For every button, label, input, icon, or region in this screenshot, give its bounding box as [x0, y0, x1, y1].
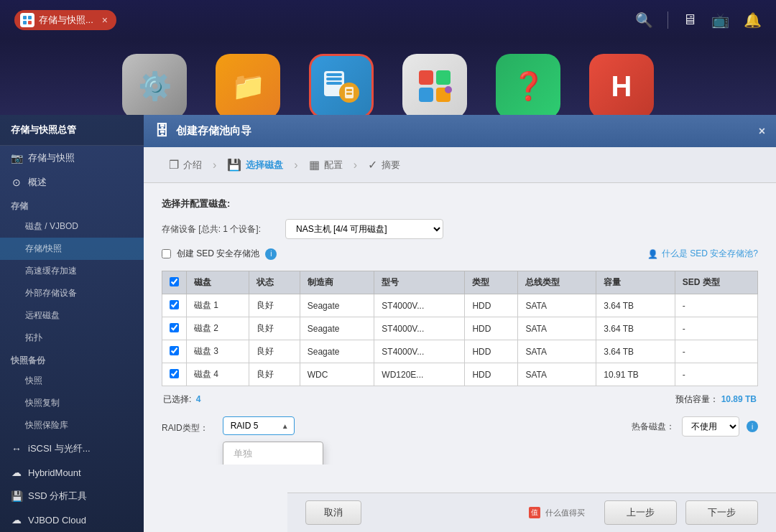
overview-icon: ⊙: [11, 177, 22, 188]
sidebar-header: 存储与快照总管: [0, 115, 144, 146]
wizard-step-intro[interactable]: ❐ 介绍: [158, 158, 213, 172]
hot-spare-info-icon[interactable]: i: [747, 421, 758, 432]
dock-app-hybrid[interactable]: H: [589, 54, 654, 118]
svg-rect-7: [326, 82, 342, 85]
wizard-step-select-disk[interactable]: 💾 选择磁盘: [216, 158, 294, 172]
sidebar-storage-section: 存储: [0, 195, 144, 215]
search-icon[interactable]: 🔍: [635, 11, 653, 29]
configure-icon: ▦: [309, 158, 320, 172]
row-status-2: 良好: [249, 340, 300, 363]
sidebar-item-storage-snapshot[interactable]: 存储/快照: [0, 238, 144, 260]
sidebar-item-snapshot-vault[interactable]: 快照保险库: [0, 414, 144, 437]
col-sed-type: SED 类型: [675, 271, 757, 294]
row-type-3: HDD: [465, 363, 518, 386]
row-check-2[interactable]: [162, 340, 187, 363]
wizard-step-summary[interactable]: ✓ 摘要: [357, 158, 411, 172]
sidebar-item-topology[interactable]: 拓扑: [0, 327, 144, 349]
cancel-button[interactable]: 取消: [305, 500, 361, 525]
sidebar-item-snapshot-copy[interactable]: 快照复制: [0, 392, 144, 414]
sidebar: 存储与快照总管 📷 存储与快照 ⊙ 概述 存储 磁盘 / VJBOD 存储/快照…: [0, 115, 144, 532]
row-status-0: 良好: [249, 294, 300, 317]
dock-app-storage[interactable]: [309, 54, 374, 118]
col-disk: 磁盘: [187, 271, 249, 294]
table-row: 磁盘 3 良好 Seagate ST4000V... HDD SATA 3.64…: [162, 340, 758, 363]
col-check[interactable]: [162, 271, 187, 294]
sidebar-item-iscsi[interactable]: ↔ iSCSI 与光纤...: [0, 437, 144, 461]
vjbod-icon: ☁: [11, 514, 22, 526]
hot-spare-select[interactable]: 不使用: [682, 416, 739, 437]
sed-info-icon[interactable]: i: [265, 248, 277, 260]
row-vendor-0: Seagate: [300, 294, 374, 317]
display-icon[interactable]: 🖥: [683, 11, 697, 28]
raid-select[interactable]: [223, 416, 295, 435]
table-row: 磁盘 1 良好 Seagate ST4000V... HDD SATA 3.64…: [162, 294, 758, 317]
notification-icon[interactable]: 🔔: [744, 11, 762, 29]
app-tab[interactable]: 存储与快照... ×: [14, 10, 116, 30]
sed-help-link[interactable]: 👤 什么是 SED 安全存储池?: [647, 248, 758, 260]
top-bar-actions: 🔍 🖥 📺 🔔: [635, 11, 762, 29]
sidebar-item-remote-disk[interactable]: 远程磁盘: [0, 304, 144, 327]
row-disk-0: 磁盘 1: [187, 294, 249, 317]
row-vendor-2: Seagate: [300, 340, 374, 363]
capacity-info: 预估容量： 10.89 TB: [675, 393, 757, 406]
tab-close-button[interactable]: ×: [102, 14, 108, 26]
row-vendor-1: Seagate: [300, 317, 374, 340]
svg-rect-6: [326, 78, 342, 80]
row-check-1[interactable]: [162, 317, 187, 340]
dock-app-help[interactable]: ❓: [496, 54, 560, 118]
dock-app-settings[interactable]: ⚙️: [122, 54, 187, 118]
storage-device-row: 存储设备 [总共: 1 个设备]: NAS主机 [4/4 可用磁盘]: [162, 219, 758, 239]
top-bar: 存储与快照... × 🔍 🖥 📺 🔔: [0, 0, 776, 39]
table-row: 磁盘 4 良好 WDC WD120E... HDD SATA 10.91 TB …: [162, 363, 758, 386]
row-sed-0: -: [675, 294, 757, 317]
row-check-3[interactable]: [162, 363, 187, 386]
h-label: H: [611, 70, 632, 103]
disk-icon: 💾: [227, 158, 241, 172]
sidebar-item-snapshot[interactable]: 快照: [0, 370, 144, 392]
footer-right: 值什么值得买 上一步 下一步: [529, 500, 758, 525]
svg-rect-11: [346, 93, 352, 95]
dock-app-appcenter[interactable]: [402, 54, 467, 118]
storage-device-label: 存储设备 [总共: 1 个设备]:: [162, 223, 277, 235]
main-area: 存储与快照总管 📷 存储与快照 ⊙ 概述 存储 磁盘 / VJBOD 存储/快照…: [0, 115, 776, 532]
dialog-area: 🗄 创建存储池向导 × ❐ 介绍 › 💾 选择磁盘 › ▦ 配置 › ✓ 摘要: [144, 115, 776, 532]
summary-icon: ✓: [368, 158, 377, 172]
select-all-checkbox[interactable]: [170, 277, 179, 286]
col-model: 型号: [374, 271, 465, 294]
sidebar-item-disk-vjbod[interactable]: 磁盘 / VJBOD: [0, 215, 144, 238]
sidebar-item-ssd[interactable]: 💾 SSD 分析工具: [0, 484, 144, 508]
prev-button[interactable]: 上一步: [604, 500, 677, 525]
wizard-steps: ❐ 介绍 › 💾 选择磁盘 › ▦ 配置 › ✓ 摘要: [144, 147, 776, 183]
monitor-icon[interactable]: 📺: [711, 11, 729, 29]
wizard-step-configure[interactable]: ▦ 配置: [298, 158, 354, 172]
dock-app-filemanager[interactable]: 📁: [216, 54, 280, 118]
row-sed-3: -: [675, 363, 757, 386]
ssd-icon: 💾: [11, 490, 22, 502]
col-type: 类型: [465, 271, 518, 294]
row-bus-1: SATA: [518, 317, 596, 340]
sidebar-item-overview[interactable]: ⊙ 概述: [0, 170, 144, 195]
sidebar-item-vjbod-cloud[interactable]: ☁ VJBOD Cloud: [0, 508, 144, 531]
raid-label: RAID类型：: [162, 416, 208, 439]
next-button[interactable]: 下一步: [685, 500, 758, 525]
storage-device-select[interactable]: NAS主机 [4/4 可用磁盘]: [285, 219, 443, 239]
sidebar-app-title: 📷 存储与快照: [0, 146, 144, 170]
dialog-close-button[interactable]: ×: [759, 125, 765, 138]
divider: [668, 11, 668, 29]
tab-label: 存储与快照...: [39, 14, 93, 27]
row-check-0[interactable]: [162, 294, 187, 317]
intro-icon: ❐: [169, 158, 179, 172]
sidebar-item-external[interactable]: 外部存储设备: [0, 282, 144, 304]
row-sed-2: -: [675, 340, 757, 363]
sed-checkbox[interactable]: [162, 249, 171, 258]
sidebar-item-cache[interactable]: 高速缓存加速: [0, 260, 144, 282]
sidebar-item-hybridmount[interactable]: ☁ HybridMount: [0, 461, 144, 484]
row-model-0: ST4000V...: [374, 294, 465, 317]
dialog-content: 选择并配置磁盘: 存储设备 [总共: 1 个设备]: NAS主机 [4/4 可用…: [144, 183, 776, 465]
hot-spare-label: 热备磁盘：: [632, 421, 675, 433]
col-bus: 总线类型: [518, 271, 596, 294]
table-row: 磁盘 2 良好 Seagate ST4000V... HDD SATA 3.64…: [162, 317, 758, 340]
row-disk-2: 磁盘 3: [187, 340, 249, 363]
row-capacity-2: 3.64 TB: [596, 340, 675, 363]
tab-app-icon: [20, 13, 34, 27]
